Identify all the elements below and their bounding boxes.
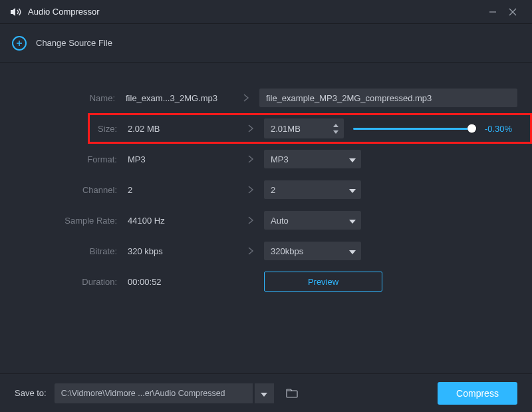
spin-up-icon[interactable] <box>332 122 340 128</box>
row-channel: Channel: 2 2 <box>15 174 517 205</box>
arrow-icon <box>237 185 264 194</box>
chevron-down-icon <box>349 246 356 256</box>
save-path-dropdown[interactable] <box>254 383 274 403</box>
close-button[interactable] <box>503 2 523 22</box>
chevron-down-icon <box>261 387 267 399</box>
label-size: Size: <box>15 124 128 134</box>
size-percent: -0.30% <box>480 124 512 134</box>
label-sample-rate: Sample Rate: <box>15 216 128 226</box>
minimize-button[interactable] <box>483 2 503 22</box>
arrow-icon <box>237 154 264 164</box>
compress-button[interactable]: Compress <box>438 382 517 405</box>
arrow-icon <box>233 93 259 103</box>
svg-rect-5 <box>287 391 297 397</box>
row-sample-rate: Sample Rate: 44100 Hz Auto <box>15 205 517 236</box>
row-duration: Duration: 00:00:52 Preview <box>15 266 517 297</box>
target-bitrate-select[interactable]: 320kbps <box>264 242 361 260</box>
bottombar: Save to: C:\Vidmore\Vidmore ...er\Audio … <box>0 373 532 412</box>
label-bitrate: Bitrate: <box>15 246 128 256</box>
target-size-spinbox[interactable]: 2.01MB <box>264 118 344 138</box>
svg-line-1 <box>509 9 516 15</box>
app-title: Audio Compressor <box>28 7 100 17</box>
chevron-down-icon <box>349 185 356 195</box>
main-form: Name: file_exam...3_2MG.mp3 file_example… <box>0 63 532 297</box>
size-slider[interactable]: -0.30% <box>353 124 517 134</box>
arrow-icon <box>237 124 264 133</box>
titlebar: Audio Compressor <box>0 0 532 24</box>
label-duration: Duration: <box>15 277 128 287</box>
change-source-row[interactable]: Change Source File <box>0 24 532 63</box>
slider-thumb[interactable] <box>467 124 476 133</box>
source-name: file_exam...3_2MG.mp3 <box>126 93 233 103</box>
source-size: 2.02 MB <box>128 124 237 134</box>
row-size: Size: 2.02 MB 2.01MB -0.30% <box>15 113 517 144</box>
arrow-icon <box>237 216 264 225</box>
source-channel: 2 <box>128 185 237 195</box>
label-name: Name: <box>15 93 126 103</box>
arrow-icon <box>237 246 264 256</box>
target-name-input[interactable]: file_example_MP3_2MG_compressed.mp3 <box>259 89 517 107</box>
row-format: Format: MP3 MP3 <box>15 144 517 174</box>
slider-track <box>353 128 472 130</box>
label-channel: Channel: <box>15 185 128 195</box>
change-source-label: Change Source File <box>36 38 112 48</box>
target-sample-rate-select[interactable]: Auto <box>264 211 361 230</box>
preview-button[interactable]: Preview <box>264 272 382 292</box>
spin-down-icon[interactable] <box>332 129 340 134</box>
target-format-select[interactable]: MP3 <box>264 150 361 168</box>
chevron-down-icon <box>349 154 356 164</box>
source-sample-rate: 44100 Hz <box>128 216 237 226</box>
open-folder-button[interactable] <box>282 383 302 403</box>
source-format: MP3 <box>128 154 237 164</box>
source-duration: 00:00:52 <box>128 277 237 287</box>
app-icon <box>9 7 21 17</box>
save-to-label: Save to: <box>15 388 47 398</box>
label-format: Format: <box>15 154 128 164</box>
plus-circle-icon <box>12 36 27 51</box>
target-channel-select[interactable]: 2 <box>264 180 361 199</box>
row-name: Name: file_exam...3_2MG.mp3 file_example… <box>15 83 517 113</box>
svg-line-2 <box>509 9 516 15</box>
chevron-down-icon <box>349 216 356 226</box>
folder-icon <box>286 389 298 398</box>
source-bitrate: 320 kbps <box>128 246 237 256</box>
row-bitrate: Bitrate: 320 kbps 320kbps <box>15 236 517 266</box>
save-path-field[interactable]: C:\Vidmore\Vidmore ...er\Audio Compresse… <box>55 383 253 403</box>
